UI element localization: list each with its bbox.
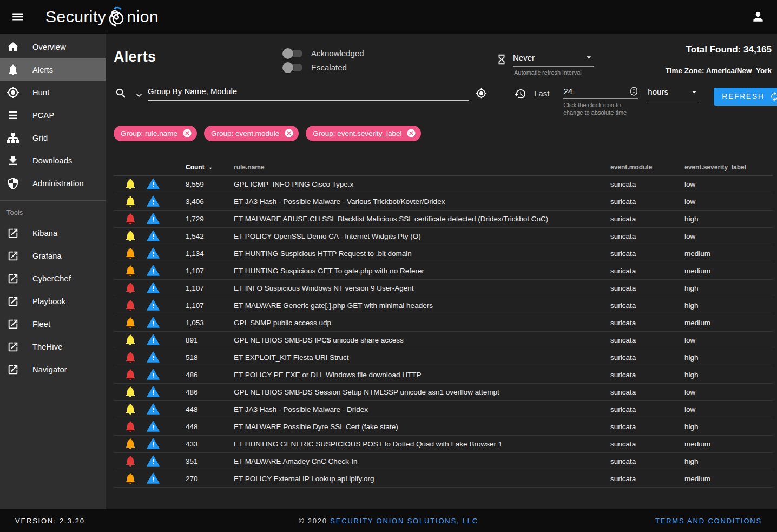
column-header-count[interactable]: Count — [179, 163, 227, 172]
alert-bell-icon[interactable] — [124, 247, 137, 260]
refresh-interval-select[interactable]: Never — [513, 52, 594, 67]
alert-bell-icon[interactable] — [124, 351, 137, 364]
info-triangle-icon[interactable] — [147, 247, 160, 260]
table-row[interactable]: 448ET JA3 Hash - Possible Malware - Drid… — [114, 401, 773, 418]
alert-bell-icon[interactable] — [124, 333, 137, 346]
info-triangle-icon[interactable] — [147, 368, 160, 381]
sidebar-item-pcap[interactable]: PCAP — [0, 104, 106, 127]
refresh-button[interactable]: REFRESH — [714, 88, 777, 106]
table-row[interactable]: 1,542ET POLICY OpenSSL Demo CA - Interne… — [114, 228, 773, 245]
info-triangle-icon[interactable] — [147, 178, 160, 191]
table-row[interactable]: 518ET EXPLOIT_KIT Fiesta URI Structsuric… — [114, 349, 773, 366]
history-clock-icon[interactable] — [514, 88, 526, 100]
alert-bell-icon[interactable] — [124, 403, 137, 416]
chip-close-icon[interactable] — [284, 128, 294, 138]
tool-item-navigator[interactable]: Navigator — [0, 358, 106, 381]
info-triangle-icon[interactable] — [147, 455, 160, 468]
alert-bell-icon[interactable] — [124, 437, 137, 450]
menu-button[interactable] — [6, 5, 29, 28]
filter-chip[interactable]: Group: event.module — [204, 126, 299, 141]
sidebar-item-overview[interactable]: Overview — [0, 36, 106, 58]
column-header-rule-name[interactable]: rule.name — [227, 163, 610, 171]
query-options-chevron-icon[interactable] — [128, 88, 144, 100]
table-row[interactable]: 1,053GPL SNMP public access udpsuricatam… — [114, 314, 773, 332]
table-row[interactable]: 486ET POLICY PE EXE or DLL Windows file … — [114, 366, 773, 384]
alert-bell-icon[interactable] — [124, 472, 137, 485]
info-triangle-icon[interactable] — [147, 299, 160, 312]
sidebar-item-downloads[interactable]: Downloads — [0, 149, 106, 172]
info-triangle-icon[interactable] — [147, 264, 160, 277]
stepper-icon[interactable] — [630, 87, 638, 96]
table-row[interactable]: 8,559GPL ICMP_INFO PING Cisco Type.xsuri… — [114, 176, 773, 193]
table-row[interactable]: 1,107ET HUNTING Suspicious GET To gate.p… — [114, 262, 773, 280]
tool-item-fleet[interactable]: Fleet — [0, 313, 106, 336]
toggle-track[interactable] — [284, 50, 302, 57]
toggle-thumb[interactable] — [282, 62, 293, 73]
table-row[interactable]: 1,107ET INFO Suspicious Windows NT versi… — [114, 280, 773, 297]
time-unit-select[interactable]: hours — [648, 87, 700, 101]
alert-bell-icon[interactable] — [124, 316, 137, 329]
acknowledged-toggle[interactable]: Acknowledged — [284, 49, 414, 58]
sidebar-item-grid[interactable]: Grid — [0, 127, 106, 149]
sort-desc-icon[interactable] — [207, 163, 214, 172]
search-input[interactable] — [148, 87, 469, 96]
chip-close-icon[interactable] — [406, 128, 416, 138]
info-triangle-icon[interactable] — [147, 437, 160, 450]
table-row[interactable]: 1,107ET MALWARE Generic gate[.].php GET … — [114, 297, 773, 314]
table-row[interactable]: 891GPL NETBIOS SMB-DS IPC$ unicode share… — [114, 332, 773, 349]
info-triangle-icon[interactable] — [147, 212, 160, 225]
table-row[interactable]: 448ET MALWARE Possible Dyre SSL Cert (fa… — [114, 418, 773, 436]
alert-bell-icon[interactable] — [124, 385, 137, 398]
table-row[interactable]: 1,729ET MALWARE ABUSE.CH SSL Blacklist M… — [114, 211, 773, 228]
alert-bell-icon[interactable] — [124, 299, 137, 312]
alert-bell-icon[interactable] — [124, 264, 137, 277]
info-triangle-icon[interactable] — [147, 195, 160, 208]
info-triangle-icon[interactable] — [147, 472, 160, 485]
table-row[interactable]: 486GPL NETBIOS SMB-DS Session Setup NTML… — [114, 384, 773, 401]
tool-item-playbook[interactable]: Playbook — [0, 290, 106, 313]
alert-bell-icon[interactable] — [124, 281, 137, 294]
sidebar-item-hunt[interactable]: Hunt — [0, 81, 106, 104]
info-triangle-icon[interactable] — [147, 385, 160, 398]
info-triangle-icon[interactable] — [147, 351, 160, 364]
chip-close-icon[interactable] — [182, 128, 192, 138]
alert-bell-icon[interactable] — [124, 420, 137, 433]
tool-item-kibana[interactable]: Kibana — [0, 222, 106, 245]
user-menu-button[interactable] — [747, 5, 769, 28]
column-header-event-severity[interactable]: event.severity_label — [684, 163, 773, 171]
escalated-toggle[interactable]: Escalated — [284, 63, 414, 72]
info-triangle-icon[interactable] — [147, 420, 160, 433]
filter-chip[interactable]: Group: event.severity_label — [306, 126, 421, 141]
sidebar-item-administration[interactable]: Administration — [0, 172, 106, 195]
table-row[interactable]: 351ET MALWARE Amadey CnC Check-Insuricat… — [114, 453, 773, 470]
table-row[interactable]: 1,134ET HUNTING Suspicious HTTP Request … — [114, 245, 773, 262]
alert-bell-icon[interactable] — [124, 368, 137, 381]
alert-bell-icon[interactable] — [124, 195, 137, 208]
info-triangle-icon[interactable] — [147, 281, 160, 294]
alert-bell-icon[interactable] — [124, 455, 137, 468]
table-row[interactable]: 270ET POLICY External IP Lookup api.ipif… — [114, 470, 773, 488]
tool-item-grafana[interactable]: Grafana — [0, 245, 106, 267]
info-triangle-icon[interactable] — [147, 403, 160, 416]
tool-item-cyberchef[interactable]: CyberChef — [0, 267, 106, 290]
terms-link[interactable]: TERMS AND CONDITIONS — [655, 517, 762, 525]
table-row[interactable]: 433ET HUNTING GENERIC SUSPICIOUS POST to… — [114, 436, 773, 453]
time-amount-input[interactable] — [563, 87, 612, 96]
info-triangle-icon[interactable] — [147, 316, 160, 329]
copyright-link[interactable]: SECURITY ONION SOLUTIONS, LLC — [330, 517, 478, 525]
filter-chip[interactable]: Group: rule.name — [114, 126, 197, 141]
alert-bell-icon[interactable] — [124, 178, 137, 191]
alert-bell-icon[interactable] — [124, 212, 137, 225]
column-header-event-module[interactable]: event.module — [610, 163, 684, 171]
alert-bell-icon[interactable] — [124, 229, 137, 242]
toggle-thumb[interactable] — [282, 48, 293, 59]
search-icon[interactable] — [114, 87, 128, 100]
info-triangle-icon[interactable] — [147, 229, 160, 242]
cell-count: 351 — [179, 457, 227, 465]
tool-item-thehive[interactable]: TheHive — [0, 336, 106, 358]
info-triangle-icon[interactable] — [147, 333, 160, 346]
toggle-track[interactable] — [284, 64, 302, 71]
table-row[interactable]: 3,406ET JA3 Hash - Possible Malware - Va… — [114, 193, 773, 211]
sidebar-item-alerts[interactable]: Alerts — [0, 58, 106, 81]
target-icon[interactable] — [471, 88, 488, 99]
